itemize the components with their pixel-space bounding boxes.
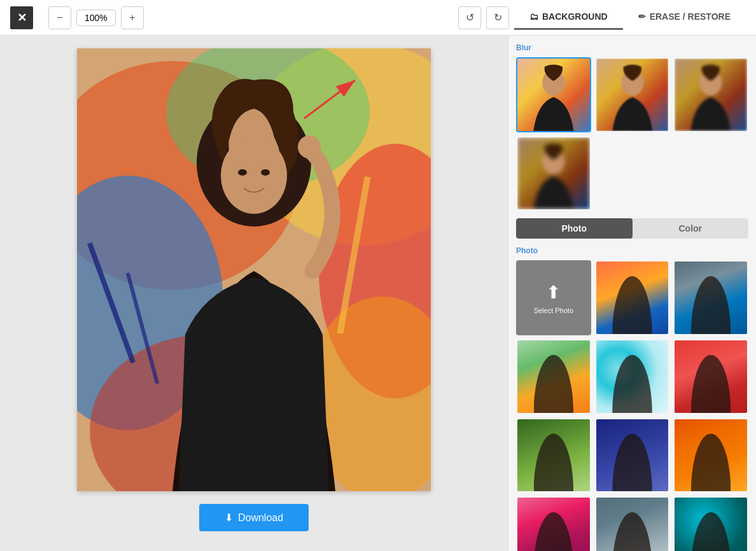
blur-thumb-3[interactable] xyxy=(673,57,748,132)
select-photo-button[interactable]: ⬆ Select Photo xyxy=(516,260,591,335)
photo-thumb-sunset[interactable] xyxy=(595,260,670,335)
photo-thumb-red[interactable] xyxy=(673,339,748,414)
upload-icon: ⬆ xyxy=(546,282,561,303)
layers-icon: 🗂 xyxy=(529,11,538,22)
download-button[interactable]: ⬇ Download xyxy=(199,504,309,531)
erase-restore-tab[interactable]: ✏ ERASE / RESTORE xyxy=(623,5,746,30)
photo-grid: ⬆ Select Photo xyxy=(516,260,748,551)
photo-section-label: Photo xyxy=(516,246,748,255)
blur-thumb-4[interactable] xyxy=(516,136,591,211)
svg-point-14 xyxy=(261,169,270,176)
svg-point-15 xyxy=(298,136,321,158)
photo-thumb-bokeh[interactable] xyxy=(595,339,670,414)
redo-button[interactable]: ↻ xyxy=(486,6,509,29)
image-container xyxy=(77,48,431,491)
sub-tabs: Photo Color xyxy=(516,218,748,239)
toolbar: ✕ − 100% + ↺ ↻ 🗂 BACKGROUND ✏ ERASE / RE… xyxy=(0,0,756,36)
color-subtab[interactable]: Color xyxy=(633,218,749,239)
photo-thumb-skyline[interactable] xyxy=(595,496,670,551)
background-tab[interactable]: 🗂 BACKGROUND xyxy=(514,5,623,30)
canvas-area: ⬇ Download xyxy=(0,36,508,551)
toolbar-right: 🗂 BACKGROUND ✏ ERASE / RESTORE xyxy=(514,5,746,30)
erase-icon: ✏ xyxy=(638,11,646,22)
download-area: ⬇ Download xyxy=(199,504,309,531)
blur-section: Blur xyxy=(516,43,748,211)
photo-thumb-beach[interactable] xyxy=(516,339,591,414)
download-icon: ⬇ xyxy=(225,512,233,524)
blur-thumb-2[interactable] xyxy=(595,57,670,132)
photo-thumb-ocean[interactable] xyxy=(673,260,748,335)
right-panel: Blur xyxy=(508,36,756,551)
photo-section: Photo ⬆ Select Photo xyxy=(516,246,748,551)
toolbar-left: − 100% + ↺ ↻ xyxy=(48,6,509,29)
svg-point-12 xyxy=(221,137,287,214)
photo-thumb-city[interactable] xyxy=(673,418,748,493)
blur-thumbnail-grid xyxy=(516,57,748,211)
zoom-in-button[interactable]: + xyxy=(121,6,144,29)
background-image xyxy=(77,48,431,491)
close-button[interactable]: ✕ xyxy=(10,6,33,29)
panel-scroll[interactable]: Blur xyxy=(508,36,756,551)
svg-point-13 xyxy=(238,169,247,176)
photo-thumb-pink[interactable] xyxy=(516,496,591,551)
zoom-out-button[interactable]: − xyxy=(48,6,71,29)
blur-thumb-1[interactable] xyxy=(516,57,591,132)
blur-section-label: Blur xyxy=(516,43,748,52)
photo-thumb-teal[interactable] xyxy=(673,496,748,551)
main-image xyxy=(77,48,431,491)
zoom-display: 100% xyxy=(76,10,116,26)
photo-thumb-night[interactable] xyxy=(595,418,670,493)
photo-thumb-nature[interactable] xyxy=(516,418,591,493)
photo-subtab[interactable]: Photo xyxy=(516,218,633,239)
main-area: ⬇ Download Blur xyxy=(0,36,756,551)
undo-button[interactable]: ↺ xyxy=(458,6,481,29)
